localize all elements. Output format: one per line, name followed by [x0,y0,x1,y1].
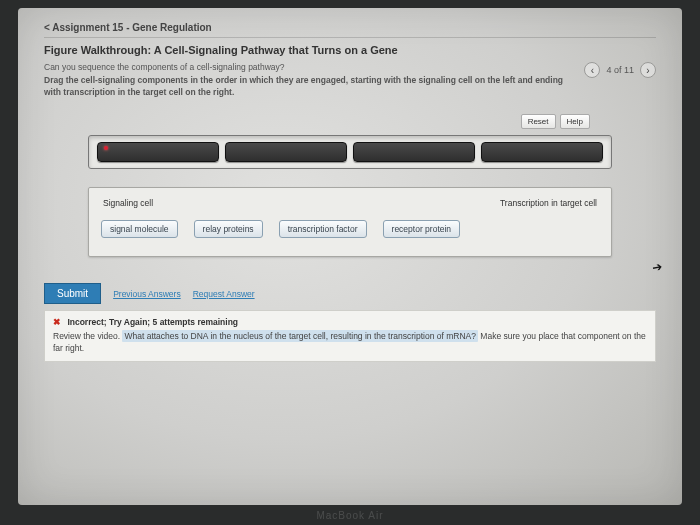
incorrect-icon: ✖ [53,317,61,327]
next-question-button[interactable]: › [640,62,656,78]
feedback-header: Incorrect; Try Again; 5 attempts remaini… [67,317,238,327]
breadcrumb[interactable]: < Assignment 15 - Gene Regulation [44,22,656,33]
draggable-relay-proteins[interactable]: relay proteins [194,220,263,238]
question-prompt: Can you sequence the components of a cel… [44,62,574,73]
workspace: Reset Help Signaling cell Transcription … [64,108,636,263]
tablet-screen: < Assignment 15 - Gene Regulation Figure… [18,8,682,505]
drop-slot-3[interactable] [353,142,475,162]
drop-slot-4[interactable] [481,142,603,162]
drop-slot-2[interactable] [225,142,347,162]
help-button[interactable]: Help [560,114,590,129]
feedback-panel: ✖ Incorrect; Try Again; 5 attempts remai… [44,310,656,362]
reset-button[interactable]: Reset [521,114,556,129]
draggable-signal-molecule[interactable]: signal molecule [101,220,178,238]
sequence-end-label: Transcription in target cell [500,198,597,208]
request-answer-link[interactable]: Request Answer [193,289,255,299]
device-brand: MacBook Air [0,510,700,521]
source-panel: Signaling cell Transcription in target c… [88,187,612,257]
draggable-transcription-factor[interactable]: transcription factor [279,220,367,238]
question-nav: ‹ 4 of 11 › [574,62,656,78]
divider [44,37,656,38]
sequence-start-label: Signaling cell [103,198,153,208]
page-title: Figure Walkthrough: A Cell-Signaling Pat… [44,44,656,56]
drop-slot-1[interactable] [97,142,219,162]
instructions: Drag the cell-signaling components in th… [44,75,574,98]
previous-answers-link[interactable]: Previous Answers [113,289,181,299]
feedback-hint-question: What attaches to DNA in the nucleus of t… [122,330,478,342]
feedback-prefix: Review the video. [53,331,122,341]
question-counter: 4 of 11 [606,65,634,75]
prev-question-button[interactable]: ‹ [584,62,600,78]
drop-target-row[interactable] [88,135,612,169]
submit-button[interactable]: Submit [44,283,101,304]
draggable-receptor-protein[interactable]: receptor protein [383,220,461,238]
